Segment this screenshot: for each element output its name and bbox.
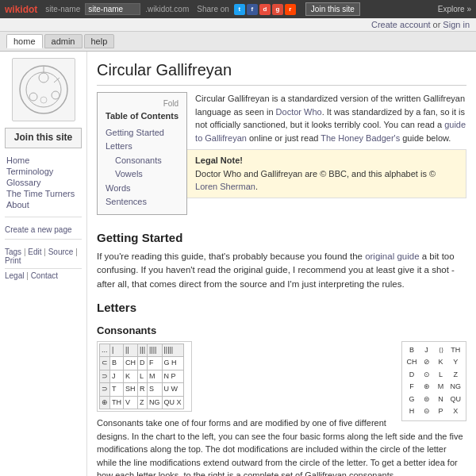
toc-item-sentences[interactable]: Sentences bbox=[106, 195, 178, 209]
chart-cell: B bbox=[405, 344, 420, 357]
chart-cell: X bbox=[448, 405, 464, 418]
chart-cell: P bbox=[434, 405, 448, 418]
svg-point-5 bbox=[40, 97, 47, 103]
toc-item-getting-started[interactable]: Getting Started bbox=[106, 126, 178, 140]
contact-link[interactable]: Contact bbox=[31, 271, 58, 280]
consonants-heading: Consonants bbox=[97, 323, 466, 339]
chart-cell: ⊜ bbox=[420, 393, 434, 406]
chart-cell: ⊙ bbox=[420, 369, 434, 382]
sidebar-item-terminology[interactable]: Terminology bbox=[5, 166, 82, 177]
sidebar-nav: Home Terminology Glossary The Time Turne… bbox=[5, 155, 82, 210]
sign-in-link[interactable]: Sign in bbox=[443, 20, 470, 29]
getting-started-text: If you're reading this guide, that's pro… bbox=[97, 250, 466, 291]
delicious-icon[interactable]: d bbox=[259, 4, 271, 15]
sidebar-item-about[interactable]: About bbox=[5, 199, 82, 210]
site-name-label: site-name bbox=[45, 5, 80, 13]
toc-item-words[interactable]: Words bbox=[106, 182, 178, 195]
consonants-description: Consonants take one of four forms and ar… bbox=[97, 416, 466, 476]
loren-sherman-link[interactable]: Loren Sherman bbox=[195, 182, 255, 191]
svg-point-1 bbox=[26, 72, 61, 107]
chart-cell: F bbox=[405, 381, 420, 393]
sidebar-item-glossary[interactable]: Glossary bbox=[5, 177, 82, 188]
chart-cell: ⟨⟩ bbox=[434, 344, 448, 357]
chart-cell: CH bbox=[405, 356, 420, 369]
doctor-who-link[interactable]: Doctor Who bbox=[276, 107, 322, 117]
join-box: Join this site bbox=[5, 128, 82, 148]
toc-title: Table of Contents bbox=[106, 109, 178, 123]
page-container: Join this site Home Terminology Glossary… bbox=[0, 52, 476, 476]
chart-cell: L bbox=[434, 369, 448, 382]
chart-cell: J bbox=[420, 344, 434, 357]
consonants-section: BJ⟨⟩TH CH⊘KY D⊙LZ F⊛MNG G⊜NQU H⊝PX ... | bbox=[97, 341, 466, 476]
sidebar-item-home[interactable]: Home bbox=[5, 155, 82, 166]
chart-cell: ⊘ bbox=[420, 356, 434, 369]
create-account-link[interactable]: Create account bbox=[371, 20, 431, 29]
tags-link[interactable]: Tags bbox=[5, 248, 21, 256]
print-link[interactable]: Print bbox=[5, 256, 21, 265]
sidebar-legal: Legal | Contact bbox=[5, 268, 82, 280]
chart-cell: Y bbox=[448, 356, 464, 369]
honey-badger-link[interactable]: The Honey Badger's bbox=[321, 133, 400, 143]
site-name-input[interactable] bbox=[85, 3, 140, 15]
original-guide-link[interactable]: original guide bbox=[365, 251, 419, 261]
logo-dot: dot bbox=[23, 4, 38, 15]
letters-heading: Letters bbox=[97, 299, 466, 317]
toc-item-letters[interactable]: Letters bbox=[106, 140, 178, 153]
join-site-button[interactable]: Join this site bbox=[305, 2, 360, 16]
legal-link[interactable]: Legal bbox=[5, 271, 24, 280]
explore-button[interactable]: Explore » bbox=[438, 5, 471, 13]
top-bar: wikidot site-name .wikidot.com Share on … bbox=[0, 0, 476, 18]
chart-cell: K bbox=[434, 356, 448, 369]
nav-bar: home admin help bbox=[0, 32, 476, 52]
nav-tab-help[interactable]: help bbox=[84, 34, 115, 48]
join-box-title: Join this site bbox=[10, 132, 76, 143]
table-of-contents: Fold Table of Contents Getting Started L… bbox=[97, 92, 187, 215]
consonants-letter-grid: ... | || ||| |||| ||||| ⊂ B CH D F bbox=[97, 341, 192, 413]
or-label: or bbox=[433, 20, 441, 29]
create-page-link[interactable]: Create a new page bbox=[5, 225, 82, 234]
sidebar: Join this site Home Terminology Glossary… bbox=[0, 52, 87, 476]
gallifreyan-consonant-chart: BJ⟨⟩TH CH⊘KY D⊙LZ F⊛MNG G⊜NQU H⊝PX bbox=[401, 341, 467, 421]
toc-item-vowels[interactable]: Vowels bbox=[106, 167, 178, 181]
legal-note-title: Legal Note! bbox=[195, 155, 243, 165]
svg-point-4 bbox=[29, 93, 37, 101]
logo-wiki: wiki bbox=[5, 4, 23, 15]
toc-list: Getting Started Letters Consonants Vowel… bbox=[106, 126, 178, 209]
google-icon[interactable]: g bbox=[272, 4, 283, 15]
reddit-icon[interactable]: r bbox=[285, 4, 296, 15]
wikidot-domain: .wikidot.com bbox=[145, 5, 189, 13]
source-link[interactable]: Source bbox=[48, 248, 74, 256]
sidebar-item-timeturners[interactable]: The Time Turners bbox=[5, 188, 82, 199]
edit-link[interactable]: Edit bbox=[28, 248, 41, 256]
twitter-icon[interactable]: t bbox=[234, 4, 245, 15]
chart-cell: G bbox=[405, 393, 420, 406]
intro-section: Fold Table of Contents Getting Started L… bbox=[97, 92, 466, 221]
consonants-top-row: ... | || ||| |||| ||||| ⊂ B CH D F bbox=[97, 341, 395, 413]
nav-tab-admin[interactable]: admin bbox=[44, 34, 83, 48]
svg-point-3 bbox=[52, 91, 60, 99]
chart-cell: M bbox=[434, 381, 448, 393]
toc-item-consonants[interactable]: Consonants bbox=[106, 154, 178, 167]
account-bar: Create account or Sign in bbox=[0, 18, 476, 32]
nav-tab-home[interactable]: home bbox=[6, 34, 43, 48]
sidebar-divider1 bbox=[5, 217, 82, 221]
chart-cell: QU bbox=[448, 393, 464, 406]
toc-fold[interactable]: Fold bbox=[106, 98, 178, 109]
getting-started-heading: Getting Started bbox=[97, 229, 466, 248]
chart-cell: NG bbox=[448, 381, 464, 393]
legal-note-text: Doctor Who and Gallifreyan are © BBC, an… bbox=[195, 169, 436, 192]
sidebar-divider2 bbox=[5, 239, 82, 243]
wiki-logo: wikidot bbox=[5, 4, 37, 15]
share-label: Share on bbox=[197, 5, 229, 13]
chart-cell: H bbox=[405, 405, 420, 418]
social-icons: t f d g r bbox=[234, 4, 296, 15]
sidebar-tools: Tags | Edit | Source | Print bbox=[5, 248, 82, 265]
facebook-icon[interactable]: f bbox=[247, 4, 258, 15]
chart-cell: D bbox=[405, 369, 420, 382]
sidebar-gallifreyan-image bbox=[12, 58, 75, 121]
chart-cell: TH bbox=[448, 344, 464, 357]
chart-cell: N bbox=[434, 393, 448, 406]
page-title: Circular Gallifreyan bbox=[97, 58, 466, 86]
svg-point-2 bbox=[39, 73, 48, 83]
chart-cell: ⊝ bbox=[420, 405, 434, 418]
